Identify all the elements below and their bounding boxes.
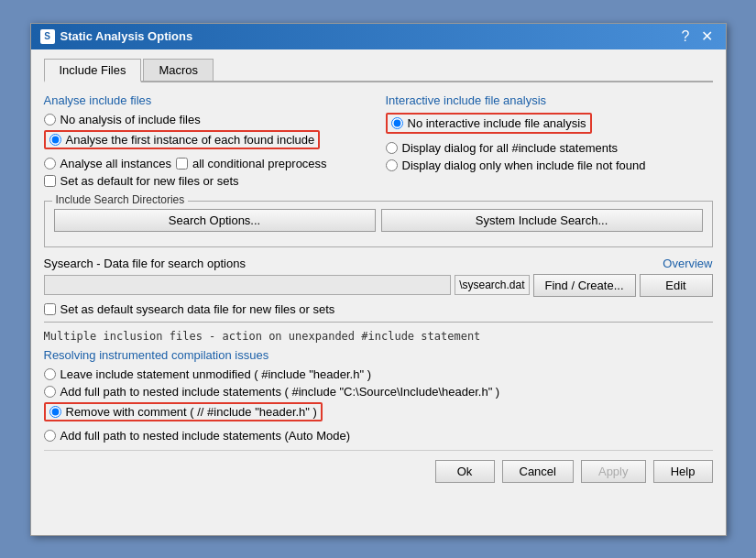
default-sysearch-label: Set as default sysearch data file for ne… [60, 302, 335, 316]
radio-remove-comment-label: Remove with comment ( // #include "heade… [66, 405, 317, 419]
dialog-body: Include Files Macros Analyse include fil… [31, 49, 726, 496]
radio-add-full-auto-label: Add full path to nested include statemen… [60, 429, 351, 443]
dialog-static-analysis: S Static Analysis Options ? ✕ Include Fi… [30, 23, 727, 536]
all-conditional-checkbox[interactable] [176, 158, 188, 170]
apply-button[interactable]: Apply [581, 460, 646, 483]
radio-display-notfound-row: Display dialog only when include file no… [386, 159, 713, 172]
edit-button[interactable]: Edit [640, 274, 713, 297]
tab-include-files[interactable]: Include Files [44, 59, 142, 82]
radio-display-all-input[interactable] [386, 142, 398, 154]
right-column: Interactive include file analysis No int… [386, 93, 713, 191]
radio-add-full-path-label: Add full path to nested include statemen… [60, 385, 500, 399]
radio-display-notfound-input[interactable] [386, 159, 398, 171]
title-bar-left: S Static Analysis Options [40, 29, 193, 44]
resolving-title: Resolving instrumented compilation issue… [44, 348, 713, 362]
sysearch-input-row: \sysearch.dat Find / Create... Edit [44, 274, 713, 297]
radio-first-instance-input[interactable] [49, 134, 61, 146]
radio-remove-comment-input[interactable] [49, 406, 61, 418]
bottom-buttons: Ok Cancel Apply Help [44, 450, 713, 483]
default-sysearch-checkbox[interactable] [44, 303, 56, 315]
default-new-files-label: Set as default for new files or sets [60, 174, 239, 188]
radio-add-full-path-row: Add full path to nested include statemen… [44, 385, 713, 399]
find-create-button[interactable]: Find / Create... [533, 274, 636, 297]
default-new-files-row: Set as default for new files or sets [44, 174, 371, 188]
radio-no-analysis-label: No analysis of include files [60, 113, 201, 126]
title-bar: S Static Analysis Options ? ✕ [31, 24, 726, 49]
radio-no-analysis-input[interactable] [44, 114, 56, 126]
multiple-section: Multiple inclusion files - action on une… [44, 322, 713, 443]
radio-first-instance-label: Analyse the first instance of each found… [66, 133, 315, 147]
title-bar-buttons: ? ✕ [678, 29, 717, 44]
radio-all-instances-row: Analyse all instances all conditional pr… [44, 157, 371, 170]
tab-macros[interactable]: Macros [143, 59, 214, 81]
include-search-group: Include Search Directories Search Option… [44, 201, 713, 247]
close-button[interactable]: ✕ [697, 29, 717, 44]
radio-display-all-label: Display dialog for all #include statemen… [402, 141, 619, 155]
app-icon: S [40, 29, 55, 44]
system-include-button[interactable]: System Include Search... [381, 209, 703, 232]
two-column-area: Analyse include files No analysis of inc… [44, 93, 713, 191]
multiple-label: Multiple inclusion files - action on une… [44, 330, 713, 343]
radio-first-instance-wrapper: Analyse the first instance of each found… [44, 130, 371, 153]
radio-no-interactive-wrapper: No interactive include file analysis [386, 113, 713, 137]
cancel-button[interactable]: Cancel [502, 460, 574, 483]
help-dialog-button[interactable]: Help [653, 460, 713, 483]
search-buttons-row: Search Options... System Include Search.… [54, 209, 703, 232]
radio-leave-unmodified-label: Leave include statement unmodified ( #in… [60, 367, 372, 381]
radio-add-full-auto-row: Add full path to nested include statemen… [44, 429, 713, 443]
radio-leave-unmodified-row: Leave include statement unmodified ( #in… [44, 367, 713, 381]
resolving-section: Resolving instrumented compilation issue… [44, 348, 713, 443]
sysearch-input[interactable] [44, 275, 452, 295]
help-button[interactable]: ? [678, 29, 694, 44]
radio-all-instances-input[interactable] [44, 158, 56, 170]
overview-link[interactable]: Overview [663, 257, 712, 270]
radio-display-all-row: Display dialog for all #include statemen… [386, 141, 713, 155]
left-column: Analyse include files No analysis of inc… [44, 93, 371, 191]
sysearch-section: Sysearch - Data file for search options … [44, 257, 713, 316]
radio-first-instance-highlight: Analyse the first instance of each found… [44, 130, 321, 149]
radio-add-full-auto-input[interactable] [44, 430, 56, 442]
radio-no-interactive-highlight: No interactive include file analysis [386, 113, 592, 134]
sysearch-suffix: \sysearch.dat [455, 275, 529, 295]
include-search-title: Include Search Directories [52, 193, 189, 206]
radio-add-full-path-input[interactable] [44, 386, 56, 398]
radio-remove-comment-wrapper: Remove with comment ( // #include "heade… [44, 402, 713, 425]
radio-no-interactive-label: No interactive include file analysis [408, 116, 586, 130]
default-new-files-checkbox[interactable] [44, 175, 56, 187]
dialog-title: Static Analysis Options [60, 29, 193, 43]
tabs: Include Files Macros [44, 59, 713, 82]
sysearch-label: Sysearch - Data file for search options [44, 257, 246, 270]
radio-remove-comment-highlight: Remove with comment ( // #include "heade… [44, 402, 323, 421]
ok-button[interactable]: Ok [435, 460, 495, 483]
analyse-section-title: Analyse include files [44, 93, 371, 107]
radio-no-analysis: No analysis of include files [44, 113, 371, 126]
search-options-button[interactable]: Search Options... [54, 209, 376, 232]
radio-all-instances-label: Analyse all instances [60, 157, 171, 170]
interactive-section-title: Interactive include file analysis [386, 93, 713, 107]
radio-leave-unmodified-input[interactable] [44, 368, 56, 380]
default-sysearch-row: Set as default sysearch data file for ne… [44, 302, 713, 316]
all-conditional-label: all conditional preprocess [192, 157, 327, 170]
radio-display-notfound-label: Display dialog only when include file no… [402, 159, 646, 172]
radio-no-interactive-input[interactable] [391, 117, 403, 129]
